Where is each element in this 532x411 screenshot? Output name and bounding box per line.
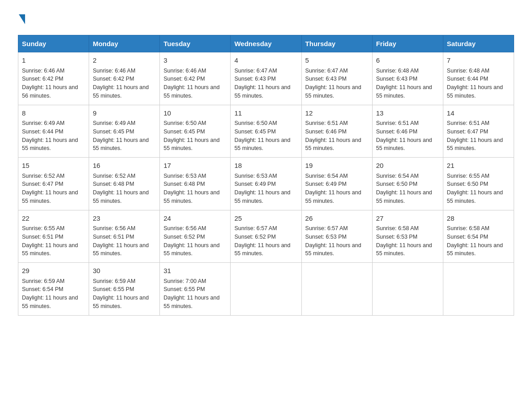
weekday-header-tuesday: Tuesday	[160, 35, 231, 52]
day-number: 25	[234, 214, 297, 224]
day-number: 8	[22, 108, 85, 119]
day-info: Sunrise: 6:49 AMSunset: 6:44 PMDaylight:…	[22, 120, 78, 151]
day-number: 10	[163, 108, 227, 119]
calendar-week-2: 8 Sunrise: 6:49 AMSunset: 6:44 PMDayligh…	[18, 105, 514, 158]
day-number: 29	[22, 266, 85, 276]
day-info: Sunrise: 6:46 AMSunset: 6:42 PMDaylight:…	[22, 68, 78, 99]
day-info: Sunrise: 6:49 AMSunset: 6:45 PMDaylight:…	[93, 120, 149, 151]
calendar-cell: 8 Sunrise: 6:49 AMSunset: 6:44 PMDayligh…	[18, 105, 89, 158]
calendar-cell: 19 Sunrise: 6:54 AMSunset: 6:49 PMDaylig…	[301, 158, 372, 210]
calendar-cell: 5 Sunrise: 6:47 AMSunset: 6:43 PMDayligh…	[301, 52, 372, 105]
calendar-cell: 1 Sunrise: 6:46 AMSunset: 6:42 PMDayligh…	[18, 52, 89, 105]
day-info: Sunrise: 6:46 AMSunset: 6:42 PMDaylight:…	[163, 68, 219, 99]
calendar-cell: 7 Sunrise: 6:48 AMSunset: 6:44 PMDayligh…	[443, 52, 514, 105]
day-number: 13	[376, 108, 439, 119]
calendar-cell: 24 Sunrise: 6:56 AMSunset: 6:52 PMDaylig…	[160, 210, 231, 263]
weekday-header-thursday: Thursday	[301, 35, 372, 52]
day-info: Sunrise: 6:48 AMSunset: 6:44 PMDaylight:…	[447, 68, 503, 99]
calendar-cell: 31 Sunrise: 7:00 AMSunset: 6:55 PMDaylig…	[160, 263, 231, 316]
calendar-cell: 30 Sunrise: 6:59 AMSunset: 6:55 PMDaylig…	[89, 263, 160, 316]
calendar-cell: 12 Sunrise: 6:51 AMSunset: 6:46 PMDaylig…	[301, 105, 372, 158]
logo	[18, 13, 25, 24]
day-number: 24	[163, 214, 227, 224]
calendar-cell: 17 Sunrise: 6:53 AMSunset: 6:48 PMDaylig…	[160, 158, 231, 210]
day-number: 5	[305, 56, 369, 66]
calendar-cell: 9 Sunrise: 6:49 AMSunset: 6:45 PMDayligh…	[89, 105, 160, 158]
day-info: Sunrise: 6:55 AMSunset: 6:51 PMDaylight:…	[22, 225, 78, 257]
calendar-cell: 29 Sunrise: 6:59 AMSunset: 6:54 PMDaylig…	[18, 263, 89, 316]
day-info: Sunrise: 7:00 AMSunset: 6:55 PMDaylight:…	[163, 278, 219, 309]
day-number: 11	[234, 108, 297, 119]
calendar-cell: 25 Sunrise: 6:57 AMSunset: 6:52 PMDaylig…	[231, 210, 301, 263]
day-info: Sunrise: 6:46 AMSunset: 6:42 PMDaylight:…	[93, 68, 149, 99]
weekday-header-sunday: Sunday	[18, 35, 89, 52]
calendar-cell: 18 Sunrise: 6:53 AMSunset: 6:49 PMDaylig…	[231, 158, 301, 210]
calendar-cell	[301, 263, 372, 316]
calendar-cell: 15 Sunrise: 6:52 AMSunset: 6:47 PMDaylig…	[18, 158, 89, 210]
day-info: Sunrise: 6:58 AMSunset: 6:53 PMDaylight:…	[376, 225, 432, 257]
day-info: Sunrise: 6:51 AMSunset: 6:46 PMDaylight:…	[305, 120, 361, 151]
calendar-week-5: 29 Sunrise: 6:59 AMSunset: 6:54 PMDaylig…	[18, 263, 514, 316]
day-info: Sunrise: 6:57 AMSunset: 6:53 PMDaylight:…	[305, 225, 361, 257]
day-info: Sunrise: 6:48 AMSunset: 6:43 PMDaylight:…	[376, 68, 432, 99]
calendar-cell: 20 Sunrise: 6:54 AMSunset: 6:50 PMDaylig…	[372, 158, 443, 210]
day-number: 22	[22, 214, 85, 224]
calendar-cell: 22 Sunrise: 6:55 AMSunset: 6:51 PMDaylig…	[18, 210, 89, 263]
day-number: 31	[163, 266, 227, 276]
day-info: Sunrise: 6:58 AMSunset: 6:54 PMDaylight:…	[447, 225, 503, 257]
day-number: 17	[163, 161, 227, 171]
day-info: Sunrise: 6:55 AMSunset: 6:50 PMDaylight:…	[447, 173, 503, 204]
day-number: 12	[305, 108, 369, 119]
calendar-cell: 27 Sunrise: 6:58 AMSunset: 6:53 PMDaylig…	[372, 210, 443, 263]
day-number: 14	[447, 108, 510, 119]
calendar-week-3: 15 Sunrise: 6:52 AMSunset: 6:47 PMDaylig…	[18, 158, 514, 210]
calendar-cell: 2 Sunrise: 6:46 AMSunset: 6:42 PMDayligh…	[89, 52, 160, 105]
day-info: Sunrise: 6:54 AMSunset: 6:49 PMDaylight:…	[305, 173, 361, 204]
day-number: 28	[447, 214, 510, 224]
calendar-cell	[231, 263, 301, 316]
day-info: Sunrise: 6:57 AMSunset: 6:52 PMDaylight:…	[234, 225, 290, 257]
day-number: 21	[447, 161, 510, 171]
calendar-week-1: 1 Sunrise: 6:46 AMSunset: 6:42 PMDayligh…	[18, 52, 514, 105]
day-info: Sunrise: 6:47 AMSunset: 6:43 PMDaylight:…	[305, 68, 361, 99]
calendar-cell: 11 Sunrise: 6:50 AMSunset: 6:45 PMDaylig…	[231, 105, 301, 158]
day-number: 23	[93, 214, 156, 224]
calendar-cell: 26 Sunrise: 6:57 AMSunset: 6:53 PMDaylig…	[301, 210, 372, 263]
day-number: 9	[93, 108, 156, 119]
day-number: 20	[376, 161, 439, 171]
day-number: 26	[305, 214, 369, 224]
day-info: Sunrise: 6:52 AMSunset: 6:47 PMDaylight:…	[22, 173, 78, 204]
day-number: 2	[93, 56, 156, 66]
calendar-cell: 16 Sunrise: 6:52 AMSunset: 6:48 PMDaylig…	[89, 158, 160, 210]
day-number: 3	[163, 56, 227, 66]
page-header	[18, 13, 514, 24]
day-info: Sunrise: 6:59 AMSunset: 6:55 PMDaylight:…	[93, 278, 149, 309]
calendar-cell: 21 Sunrise: 6:55 AMSunset: 6:50 PMDaylig…	[443, 158, 514, 210]
calendar-week-4: 22 Sunrise: 6:55 AMSunset: 6:51 PMDaylig…	[18, 210, 514, 263]
day-number: 19	[305, 161, 369, 171]
day-number: 16	[93, 161, 156, 171]
weekday-header-monday: Monday	[89, 35, 160, 52]
day-info: Sunrise: 6:54 AMSunset: 6:50 PMDaylight:…	[376, 173, 432, 204]
day-info: Sunrise: 6:59 AMSunset: 6:54 PMDaylight:…	[22, 278, 78, 309]
day-info: Sunrise: 6:53 AMSunset: 6:49 PMDaylight:…	[234, 173, 290, 204]
logo-triangle-icon	[19, 14, 25, 24]
calendar-cell: 13 Sunrise: 6:51 AMSunset: 6:46 PMDaylig…	[372, 105, 443, 158]
day-info: Sunrise: 6:51 AMSunset: 6:46 PMDaylight:…	[376, 120, 432, 151]
day-number: 1	[22, 56, 85, 66]
day-info: Sunrise: 6:50 AMSunset: 6:45 PMDaylight:…	[234, 120, 290, 151]
calendar-cell: 28 Sunrise: 6:58 AMSunset: 6:54 PMDaylig…	[443, 210, 514, 263]
calendar-table: SundayMondayTuesdayWednesdayThursdayFrid…	[18, 35, 514, 316]
day-info: Sunrise: 6:56 AMSunset: 6:51 PMDaylight:…	[93, 225, 149, 257]
day-number: 30	[93, 266, 156, 276]
weekday-header-friday: Friday	[372, 35, 443, 52]
day-number: 18	[234, 161, 297, 171]
calendar-cell	[443, 263, 514, 316]
day-info: Sunrise: 6:51 AMSunset: 6:47 PMDaylight:…	[447, 120, 503, 151]
day-info: Sunrise: 6:56 AMSunset: 6:52 PMDaylight:…	[163, 225, 219, 257]
day-info: Sunrise: 6:52 AMSunset: 6:48 PMDaylight:…	[93, 173, 149, 204]
weekday-header-saturday: Saturday	[443, 35, 514, 52]
day-number: 4	[234, 56, 297, 66]
day-number: 6	[376, 56, 439, 66]
day-number: 27	[376, 214, 439, 224]
